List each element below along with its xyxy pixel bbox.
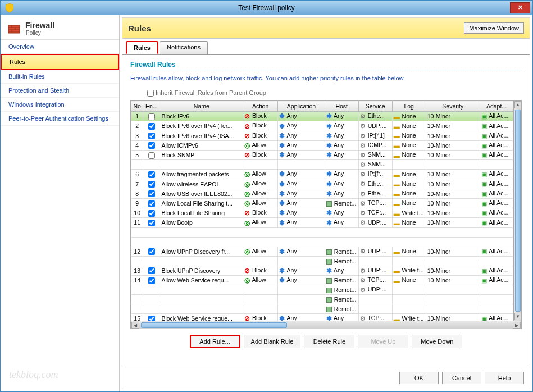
sidebar-item-protection-and-stealth[interactable]: Protection and Stealth <box>1 84 119 98</box>
delete-rule-button[interactable]: Delete Rule <box>304 335 354 348</box>
scroll-left-icon[interactable]: ◀ <box>131 322 139 329</box>
table-row[interactable]: 14Allow Web Service requ...◎ Allow✱ Any … <box>131 275 513 285</box>
table-row[interactable]: 1Block IPv6⊘ Block✱ Any✱ Any⚙ Ethe...▬ N… <box>131 112 513 121</box>
vertical-scrollbar[interactable]: ▲ ▼ <box>513 101 521 321</box>
column-header[interactable]: Service <box>358 101 392 112</box>
close-button[interactable]: ✕ <box>510 2 530 13</box>
any-icon: ✱ <box>326 267 332 275</box>
enable-checkbox[interactable] <box>148 248 155 255</box>
section-desc: Firewall rules allow, block and log netw… <box>130 75 522 81</box>
enable-checkbox[interactable] <box>148 171 155 178</box>
ok-button[interactable]: OK <box>399 372 439 384</box>
log-icon: ▬ <box>394 190 400 197</box>
table-row[interactable]: 15Block Web Service reque...⊘ Block✱ Any… <box>131 314 513 321</box>
host-icon <box>326 288 332 293</box>
block-icon: ⊘ <box>244 122 250 130</box>
log-icon: ▬ <box>394 152 400 159</box>
add-blank-rule-button[interactable]: Add Blank Rule <box>244 335 301 348</box>
move-down-button[interactable]: Move Down <box>412 335 462 348</box>
page-title: Rules <box>128 24 151 33</box>
column-header[interactable]: Adapt... <box>480 101 513 112</box>
enable-checkbox[interactable] <box>148 267 155 274</box>
column-header[interactable]: Severity <box>426 101 480 112</box>
add-rule-button[interactable]: Add Rule... <box>190 335 240 348</box>
adapter-icon: ▣ <box>481 142 487 149</box>
enable-checkbox[interactable] <box>148 142 155 149</box>
help-button[interactable]: Help <box>485 372 524 384</box>
enable-checkbox[interactable] <box>148 220 155 226</box>
titlebar: Test Firewall policy ✕ <box>1 1 532 15</box>
sidebar-item-rules[interactable]: Rules <box>1 54 119 70</box>
content: Firewall Policy OverviewRulesBuilt-in Ru… <box>1 15 532 391</box>
any-icon: ✱ <box>326 180 332 188</box>
block-icon: ⊘ <box>244 132 250 140</box>
any-icon: ✱ <box>279 142 285 149</box>
adapter-icon: ▣ <box>481 171 487 178</box>
table-row[interactable]: 6Allow fragmented packets◎ Allow✱ Any✱ A… <box>131 170 513 179</box>
column-header[interactable]: Application <box>278 101 325 112</box>
host-icon <box>326 278 332 284</box>
enable-checkbox[interactable] <box>148 277 155 284</box>
table-row[interactable]: 13Block UPnP Discovery⊘ Block✱ Any✱ Any⚙… <box>131 266 513 275</box>
scroll-up-icon[interactable]: ▲ <box>514 101 521 108</box>
enable-checkbox[interactable] <box>148 200 155 207</box>
allow-icon: ◎ <box>244 248 250 256</box>
hscroll-thumb[interactable] <box>141 322 287 328</box>
sidebar-item-peer-to-peer-authentication-settings[interactable]: Peer-to-Peer Authentication Settings <box>1 112 119 126</box>
any-icon: ✱ <box>279 112 285 120</box>
sidebar-item-overview[interactable]: Overview <box>1 40 119 54</box>
enable-checkbox[interactable] <box>148 123 155 130</box>
vscroll-thumb[interactable] <box>515 110 521 312</box>
tab-notifications[interactable]: Notifications <box>160 41 208 54</box>
maximize-button[interactable]: Maximize Window <box>464 22 524 34</box>
table-row[interactable]: 10Block Local File Sharing⊘ Block✱ Any✱ … <box>131 208 513 218</box>
table-row[interactable]: 9Allow Local File Sharing t...◎ Allow✱ A… <box>131 198 513 208</box>
sidebar-item-windows-integration[interactable]: Windows Integration <box>1 98 119 112</box>
sidebar-item-built-in-rules[interactable]: Built-in Rules <box>1 70 119 84</box>
scroll-right-icon[interactable]: ▶ <box>513 322 521 329</box>
table-row[interactable]: 11Allow Bootp◎ Allow✱ Any✱ Any⚙ UDP:...▬… <box>131 218 513 227</box>
column-header[interactable]: No <box>131 101 143 112</box>
move-up-button[interactable]: Move Up <box>358 335 408 348</box>
scroll-down-icon[interactable]: ▼ <box>514 313 521 320</box>
gear-icon: ⚙ <box>360 267 366 275</box>
table-row[interactable]: 3Block IPv6 over IPv4 (ISA...⊘ Block✱ An… <box>131 131 513 140</box>
column-header[interactable]: En... <box>143 101 160 112</box>
table-row[interactable] <box>131 237 513 247</box>
table-row[interactable]: 4Allow ICMPv6◎ Allow✱ Any✱ Any⚙ ICMP...▬… <box>131 140 513 150</box>
any-icon: ✱ <box>326 190 332 198</box>
any-icon: ✱ <box>326 209 332 217</box>
window-buttons: ✕ <box>510 2 532 13</box>
table-row[interactable]: 12Allow UPnP Discovery fr...◎ Allow✱ Any… <box>131 247 513 256</box>
tab-content: tekbloq.com Firewall Rules Firewall rule… <box>122 55 530 367</box>
table-row[interactable]: 5Block SNMP⊘ Block✱ Any✱ Any⚙ SNM...▬ No… <box>131 150 513 159</box>
enable-checkbox[interactable] <box>148 181 155 188</box>
table-row[interactable] <box>131 227 513 237</box>
rule-buttons-row: Add Rule... Add Blank Rule Delete Rule M… <box>122 329 530 348</box>
adapter-icon: ▣ <box>481 219 487 226</box>
column-header[interactable]: Host <box>325 101 358 112</box>
table-row[interactable]: 8Allow USB over IEEE802...◎ Allow✱ Any✱ … <box>131 189 513 198</box>
column-header[interactable]: Action <box>243 101 278 112</box>
column-header[interactable]: Log <box>392 101 426 112</box>
adapter-icon: ▣ <box>481 248 487 255</box>
gear-icon: ⚙ <box>360 315 366 321</box>
cancel-button[interactable]: Cancel <box>442 372 481 384</box>
enable-checkbox[interactable] <box>148 210 155 217</box>
enable-checkbox[interactable] <box>148 113 155 120</box>
enable-checkbox[interactable] <box>148 133 155 139</box>
horizontal-scrollbar[interactable]: ◀ ▶ <box>131 321 521 329</box>
log-icon: ▬ <box>394 123 400 130</box>
table-row[interactable]: 2Block IPv6 over IPv4 (Ter...⊘ Block✱ An… <box>131 121 513 131</box>
table-row[interactable]: 7Allow wireless EAPOL◎ Allow✱ Any✱ Any⚙ … <box>131 179 513 189</box>
enable-checkbox[interactable] <box>148 316 155 321</box>
enable-checkbox[interactable] <box>148 152 155 159</box>
column-header[interactable]: Name <box>160 101 243 112</box>
block-icon: ⊘ <box>244 267 250 275</box>
enable-checkbox[interactable] <box>148 190 155 197</box>
gear-icon: ⚙ <box>360 200 366 207</box>
sidebar-subtitle: Policy <box>25 30 54 36</box>
table-row-extra: ⚙ SNM... <box>131 160 513 170</box>
tab-rules[interactable]: Rules <box>126 41 158 54</box>
inherit-checkbox[interactable] <box>147 90 154 97</box>
